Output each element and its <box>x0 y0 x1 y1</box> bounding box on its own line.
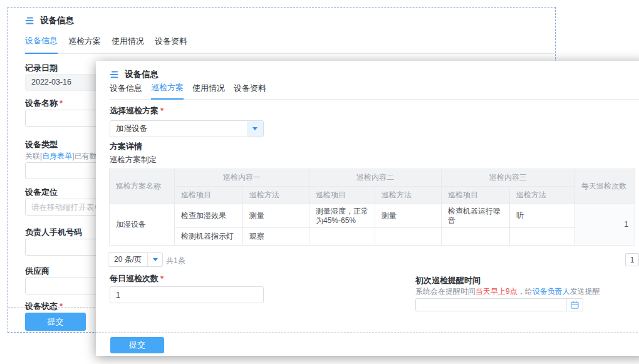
device-info-modal: 设备信息 设备信息 巡检方案 使用情况 设备资料 选择巡检方案* 加湿设备 方案… <box>96 61 639 356</box>
reminder-hint: 系统会在提醒时间当天早上9点，给设备负责人发送提醒 <box>415 286 600 297</box>
tab-device-info[interactable]: 设备信息 <box>110 83 142 99</box>
page-tabs: 设备信息 巡检方案 使用情况 设备资料 <box>25 33 554 54</box>
table-header-row: 巡检方案名称 巡检内容一 巡检内容二 巡检内容三 每天巡检次数 <box>110 169 635 187</box>
col-method: 巡检方法 <box>243 187 309 204</box>
cell-item3: 检查机器运行噪音 <box>442 204 510 228</box>
cell-method1: 测量 <box>243 204 309 228</box>
required-mark: * <box>60 98 63 108</box>
col-item: 巡检项目 <box>175 187 243 204</box>
plan-detail-title: 方案详情 <box>110 141 142 152</box>
cell-item1: 检查加湿效果 <box>175 204 243 228</box>
required-mark: * <box>160 274 164 283</box>
col-item: 巡检项目 <box>442 187 510 204</box>
col-method: 巡检方法 <box>510 187 575 204</box>
supplier-label: 供应商 <box>25 266 49 277</box>
col-plan-name: 巡检方案名称 <box>110 169 175 204</box>
device-name-label: 设备名称* <box>25 98 63 109</box>
cell-method3 <box>510 228 575 246</box>
page-title: 设备信息 <box>40 15 74 26</box>
col-daily-count: 每天巡检次数 <box>575 169 635 204</box>
phone-label: 负责人手机号码 <box>25 227 82 238</box>
table-row: 加湿设备 检查加湿效果 测量 测量湿度，正常为45%-65% 测量 检查机器运行… <box>110 204 635 228</box>
col-method: 巡检方法 <box>375 187 442 204</box>
tab-device-docs[interactable]: 设备资料 <box>234 83 266 99</box>
col-group-content2: 巡检内容二 <box>309 169 442 187</box>
page-size-select[interactable]: 20 条/页 <box>108 252 163 267</box>
device-location-label: 设备定位 <box>25 187 58 198</box>
cell-item3 <box>442 228 510 246</box>
footer-divider <box>96 332 639 333</box>
cell-method3: 听 <box>510 204 575 228</box>
cell-item2 <box>309 228 375 246</box>
cell-method1: 观察 <box>243 228 309 246</box>
tab-device-docs[interactable]: 设备资料 <box>155 36 187 53</box>
plan-select-label: 选择巡检方案* <box>110 105 164 117</box>
page-header: 设备信息 <box>25 15 74 26</box>
inspection-plan-table: 巡检方案名称 巡检内容一 巡检内容二 巡检内容三 每天巡检次数 巡检项目 巡检方… <box>109 169 635 246</box>
modal-title: 设备信息 <box>125 69 158 80</box>
chevron-down-icon[interactable] <box>247 121 263 137</box>
submit-button[interactable]: 提交 <box>110 337 164 353</box>
tab-inspection-plan[interactable]: 巡检方案 <box>68 36 101 53</box>
chevron-down-icon[interactable] <box>147 253 162 266</box>
modal-header: 设备信息 <box>110 69 158 80</box>
page-number-button[interactable]: 1 <box>625 253 639 266</box>
table-row: 检测机器指示灯 观察 <box>110 228 635 246</box>
col-item: 巡检项目 <box>309 187 375 204</box>
tab-device-info[interactable]: 设备信息 <box>25 35 58 54</box>
daily-count-label: 每日巡检次数* <box>110 273 164 284</box>
device-status-label: 设备状态* <box>25 301 63 312</box>
reminder-time-field[interactable] <box>416 299 566 311</box>
cell-item2: 测量湿度，正常为45%-65% <box>309 204 375 228</box>
cell-method2: 测量 <box>375 204 442 228</box>
plan-select-value: 加湿设备 <box>110 121 247 137</box>
record-date-label: 记录日期 <box>25 63 58 74</box>
calendar-icon[interactable] <box>566 299 583 311</box>
col-group-content1: 巡检内容一 <box>175 169 309 187</box>
required-mark: * <box>160 106 164 115</box>
page-size-value: 20 条/页 <box>108 253 147 266</box>
reminder-time-input[interactable] <box>415 298 583 311</box>
cell-item1: 检测机器指示灯 <box>175 228 243 246</box>
device-type-label: 设备类型 <box>25 139 58 150</box>
modal-tabs: 设备信息 巡检方案 使用情况 设备资料 <box>110 83 639 100</box>
form-menu-icon <box>110 71 119 78</box>
self-form-link[interactable]: 自身表单 <box>42 152 72 160</box>
submit-button[interactable]: 提交 <box>25 313 86 331</box>
plan-table-caption: 巡检方案制定 <box>110 155 157 165</box>
device-owner-link[interactable]: 设备负责人 <box>532 287 570 296</box>
cell-method2 <box>375 228 442 246</box>
form-menu-icon <box>25 17 34 24</box>
tab-usage[interactable]: 使用情况 <box>192 83 225 99</box>
cell-daily-count: 1 <box>575 204 635 246</box>
plan-select[interactable]: 加湿设备 <box>110 120 264 137</box>
required-mark: * <box>60 301 63 311</box>
tab-usage[interactable]: 使用情况 <box>112 36 144 53</box>
reminder-time-label: 初次巡检提醒时间 <box>415 275 481 286</box>
table-subheader-row: 巡检项目 巡检方法 巡检项目 巡检方法 巡检项目 巡检方法 <box>110 187 635 204</box>
total-count-text: 共1条 <box>166 256 185 266</box>
tab-inspection-plan[interactable]: 巡检方案 <box>151 82 184 100</box>
daily-count-input[interactable] <box>110 286 264 303</box>
col-group-content3: 巡检内容三 <box>442 169 575 187</box>
cell-plan-name: 加湿设备 <box>110 204 175 246</box>
